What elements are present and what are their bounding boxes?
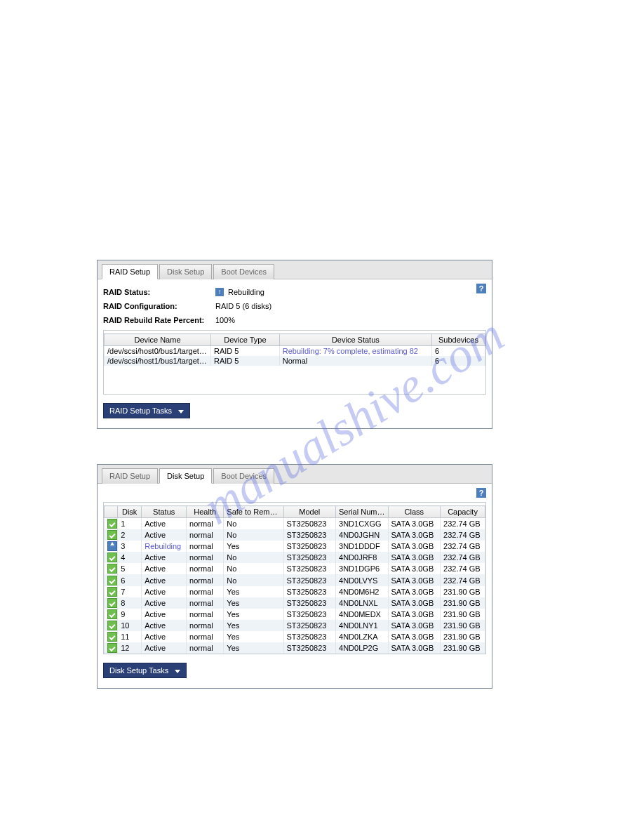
tab-bar: RAID SetupDisk SetupBoot Devices <box>98 260 492 279</box>
p2-tab-boot-devices[interactable]: Boot Devices <box>213 468 274 484</box>
table-row[interactable]: 8ActivenormalYesST32508234ND0LNXLSATA 3.… <box>105 597 485 609</box>
cell: SATA 3.0GB <box>388 620 441 631</box>
column-header[interactable]: Capacity <box>441 506 485 518</box>
raid-setup-panel: RAID SetupDisk SetupBoot Devices ? RAID … <box>97 260 492 429</box>
column-header[interactable]: Health <box>187 506 224 518</box>
cell: ST3250823 <box>283 563 336 574</box>
table-row[interactable]: /dev/scsi/host0/bus1/target0/lu...RAID 5… <box>105 346 485 357</box>
cell: 12 <box>118 642 142 654</box>
check-icon <box>107 530 117 540</box>
table-row[interactable]: 9ActivenormalYesST32508234ND0MEDXSATA 3.… <box>105 609 485 620</box>
table-row[interactable]: /dev/scsi/host1/bus1/target0/lu...RAID 5… <box>105 356 485 366</box>
cell: 4ND0LNXL <box>336 597 389 609</box>
check-icon <box>107 552 117 562</box>
cell: ST3250823 <box>283 642 336 654</box>
table-row[interactable]: 12ActivenormalYesST32508234ND0LP2GSATA 3… <box>105 642 485 654</box>
cell: 4 <box>118 552 142 563</box>
cell: ST3250823 <box>283 631 336 642</box>
cell: ST3250823 <box>283 574 336 585</box>
check-icon <box>107 609 117 619</box>
cell: Active <box>142 620 187 631</box>
cell: No <box>224 563 283 574</box>
raid-setup-tasks-button[interactable]: RAID Setup Tasks <box>103 403 190 418</box>
cell: normal <box>187 574 224 585</box>
table-row[interactable]: 2ActivenormalNoST32508234ND0JGHNSATA 3.0… <box>105 529 485 541</box>
cell: /dev/scsi/host0/bus1/target0/lu... <box>105 346 211 357</box>
raid-config-label: RAID Configuration: <box>103 302 215 310</box>
cell: 232.74 GB <box>441 529 485 541</box>
cell: 4ND0JRF8 <box>336 552 389 563</box>
cell: normal <box>187 642 224 654</box>
table-row[interactable]: 4ActivenormalNoST32508234ND0JRF8SATA 3.0… <box>105 552 485 563</box>
cell: normal <box>187 586 224 597</box>
table-row[interactable]: 6ActivenormalNoST32508234ND0LVYSSATA 3.0… <box>105 574 485 585</box>
cell: SATA 3.0GB <box>388 609 441 620</box>
column-header[interactable]: Device Type <box>211 334 280 346</box>
table-row[interactable]: 7ActivenormalYesST32508234ND0M6H2SATA 3.… <box>105 586 485 597</box>
status-icon-cell <box>105 518 118 530</box>
p1-tab-raid-setup[interactable]: RAID Setup <box>102 264 158 279</box>
status-icon-cell <box>105 563 118 574</box>
status-icon-cell <box>105 574 118 585</box>
cell: Active <box>142 586 187 597</box>
cell: SATA 3.0GB <box>388 597 441 609</box>
column-header[interactable]: Subdevices <box>431 334 485 346</box>
cell: Rebuilding <box>142 541 187 552</box>
status-icon-cell <box>105 552 118 563</box>
check-icon <box>107 564 117 574</box>
cell: Yes <box>224 609 283 620</box>
cell: Yes <box>224 620 283 631</box>
p1-tab-disk-setup[interactable]: Disk Setup <box>159 264 212 279</box>
cell: 231.90 GB <box>441 597 485 609</box>
p2-tab-disk-setup[interactable]: Disk Setup <box>159 468 212 484</box>
cell: SATA 3.0GB <box>388 631 441 642</box>
cell: Yes <box>224 541 283 552</box>
cell: ST3250823 <box>283 620 336 631</box>
cell: 9 <box>118 609 142 620</box>
column-header[interactable]: Disk <box>118 506 142 518</box>
p1-tab-boot-devices[interactable]: Boot Devices <box>213 264 274 279</box>
cell: normal <box>187 518 224 530</box>
cell: 6 <box>431 346 485 357</box>
cell: normal <box>187 552 224 563</box>
column-header[interactable]: Model <box>283 506 336 518</box>
column-header[interactable]: Serial Number <box>336 506 389 518</box>
dropdown-arrow-icon <box>175 670 180 673</box>
cell: Yes <box>224 597 283 609</box>
check-icon <box>107 587 117 597</box>
cell: 1 <box>118 518 142 530</box>
help-icon[interactable]: ? <box>476 284 486 293</box>
cell: 8 <box>118 597 142 609</box>
cell: Active <box>142 518 187 530</box>
table-row[interactable]: 3RebuildingnormalYesST32508233ND1DDDFSAT… <box>105 541 485 552</box>
column-header[interactable]: Status <box>142 506 187 518</box>
cell: SATA 3.0GB <box>388 518 441 530</box>
raid-rebuild-value: 100% <box>215 316 235 324</box>
disk-setup-tasks-button[interactable]: Disk Setup Tasks <box>103 663 187 678</box>
cell: SATA 3.0GB <box>388 552 441 563</box>
column-header[interactable]: Safe to Remove <box>224 506 283 518</box>
column-header[interactable]: Device Status <box>279 334 431 346</box>
cell: Rebuilding: 7% complete, estimating 82 <box>279 346 431 357</box>
cell: 4ND0LZKA <box>336 631 389 642</box>
check-icon <box>107 632 117 642</box>
table-row[interactable]: 1ActivenormalNoST32508233ND1CXGGSATA 3.0… <box>105 518 485 530</box>
table-row[interactable]: 5ActivenormalNoST32508233ND1DGP6SATA 3.0… <box>105 563 485 574</box>
raid-status-label: RAID Status: <box>103 288 215 296</box>
column-header[interactable] <box>105 506 118 518</box>
status-icon-cell <box>105 586 118 597</box>
column-header[interactable]: Class <box>388 506 441 518</box>
cell: 232.74 GB <box>441 574 485 585</box>
p2-tab-raid-setup[interactable]: RAID Setup <box>102 468 158 484</box>
cell: 5 <box>118 563 142 574</box>
cell: 6 <box>118 574 142 585</box>
cell: SATA 3.0GB <box>388 642 441 654</box>
cell: Active <box>142 574 187 585</box>
table-row[interactable]: 11ActivenormalYesST32508234ND0LZKASATA 3… <box>105 631 485 642</box>
cell: 4ND0JGHN <box>336 529 389 541</box>
help-icon[interactable]: ? <box>476 488 486 498</box>
cell: normal <box>187 541 224 552</box>
raid-config-value: RAID 5 (6 disks) <box>215 302 271 310</box>
table-row[interactable]: 10ActivenormalYesST32508234ND0LNY1SATA 3… <box>105 620 485 631</box>
column-header[interactable]: Device Name <box>105 334 211 346</box>
